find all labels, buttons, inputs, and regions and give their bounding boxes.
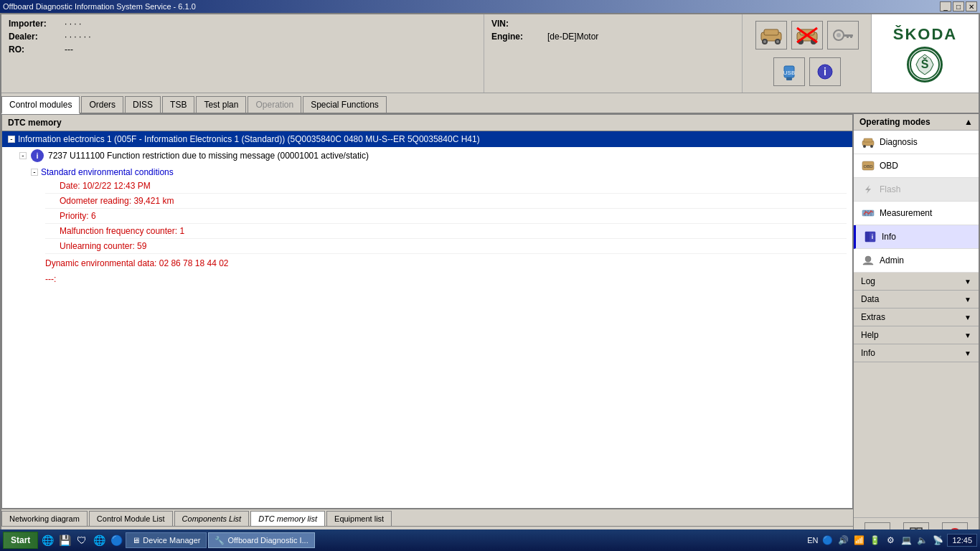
collapse-icon[interactable]: - [8,136,15,143]
env-odometer: Odometer reading: 39,421 km [45,194,847,209]
admin-icon [861,253,875,268]
taskbar-browser-icon[interactable]: 🔵 [108,532,124,548]
extras-label: Extras [861,312,885,322]
info-small-icon-btn[interactable]: i [809,57,841,86]
svg-point-26 [863,145,866,148]
env-date: Date: 10/2/22 12:43 PM [45,179,847,194]
sidebar-flash-label: Flash [880,184,900,194]
tab-tsb[interactable]: TSB [162,96,194,113]
maximize-btn[interactable]: □ [953,1,964,11]
sidebar-section-help[interactable]: Help ▼ [854,326,979,344]
taskbar-ie-icon[interactable]: 🌐 [39,532,55,548]
cancel-icon-btn[interactable] [791,21,823,50]
tab-networking-diagram[interactable]: Networking diagram [1,511,88,526]
svg-rect-19 [786,77,792,80]
offboard-app-icon: 🔧 [215,536,225,545]
importer-value: · · · · [65,19,81,29]
tab-special-functions[interactable]: Special Functions [303,96,387,113]
taskbar-device-manager-btn[interactable]: 🖥 Device Manager [126,532,207,548]
tray-icon-1[interactable]: 🔊 [837,534,849,547]
sidebar-item-obd[interactable]: OBD OBD [854,154,979,178]
tab-control-modules[interactable]: Control modules [1,96,80,114]
sidebar-item-flash: Flash [854,178,979,202]
skoda-brand-text: ŠKODA [893,25,957,44]
main-tabs: Control modules Orders DISS TSB Test pla… [1,93,979,114]
env-unlearning: Unlearning counter: 59 [45,239,847,254]
header-middle: VIN: Engine: [de-DE]Motor [484,14,742,93]
env-header-row[interactable]: - Standard environmental conditions [31,166,847,179]
sidebar-item-measurement[interactable]: Measurement [854,202,979,225]
taskbar-right: EN 🔵 🔊 📶 🔋 ⚙ 💻 🔈 📡 12:45 [807,534,977,547]
env-section: - Standard environmental conditions Date… [2,164,852,255]
sidebar-section-log[interactable]: Log ▼ [854,273,979,291]
tray-icon-2[interactable]: 📶 [852,534,865,547]
usb-icon-btn[interactable]: USB [773,57,805,86]
svg-point-4 [763,40,766,43]
dealer-value: · · · · · · [65,32,91,42]
tab-orders[interactable]: Orders [81,96,123,113]
dtc-main-row[interactable]: - Information electronics 1 (005F - Info… [2,131,852,147]
tab-test-plan[interactable]: Test plan [196,96,246,113]
taskbar: Start 🌐 💾 🛡 🌐 🔵 🖥 Device Manager 🔧 Offbo… [0,529,980,551]
svg-point-38 [865,256,871,262]
sidebar-item-diagnosis[interactable]: Diagnosis [854,131,979,154]
dtc-code-text: 7237 U111100 Function restriction due to… [48,151,369,161]
code-collapse-icon[interactable]: - [19,152,27,159]
tray-icon-3[interactable]: 🔋 [868,534,881,547]
dtc-memory-header: DTC memory [2,115,852,131]
tab-control-module-list[interactable]: Control Module List [89,511,173,526]
ro-row: RO: --- [9,44,476,55]
info-book-icon: i [863,230,877,244]
sidebar-section-extras[interactable]: Extras ▼ [854,309,979,326]
obd-icon: OBD [861,159,875,173]
taskbar-network-icon[interactable]: 🌐 [91,532,107,548]
tray-icon-7[interactable]: 📡 [931,534,944,547]
env-collapse-icon[interactable]: - [31,169,38,176]
device-manager-label: Device Manager [143,536,200,545]
titlebar-controls[interactable]: _ □ ✕ [940,1,977,11]
offboard-app-label: Offboard Diagnostic I... [227,536,308,545]
dtc-code-row[interactable]: - i 7237 U111100 Function restriction du… [2,147,852,164]
sidebar-section-data[interactable]: Data ▼ [854,291,979,309]
tray-icon-6[interactable]: 🔈 [915,534,928,547]
tab-diss[interactable]: DISS [125,96,161,113]
extras-chevron: ▼ [964,314,971,321]
svg-text:i: i [872,233,874,240]
svg-rect-25 [864,138,872,142]
svg-point-27 [870,145,873,148]
engine-label: Engine: [491,32,542,42]
taskbar-folder-icon[interactable]: 💾 [57,532,72,548]
tab-equipment-list[interactable]: Equipment list [326,511,392,526]
sidebar-item-admin[interactable]: Admin [854,249,979,273]
taskbar-shield-icon[interactable]: 🛡 [74,532,90,548]
dtc-panel: DTC memory - Information electronics 1 (… [1,114,853,509]
vin-row: VIN: [491,19,735,29]
env-data-list: Date: 10/2/22 12:43 PM Odometer reading:… [31,179,847,254]
operating-modes-collapse-icon[interactable]: ▲ [964,117,973,127]
svg-text:Š: Š [921,57,929,70]
dynamic-env-text: Dynamic environmental data: 02 86 78 18 … [45,258,229,268]
measurement-icon [861,206,875,220]
start-button[interactable]: Start [3,532,38,549]
env-priority: Priority: 6 [45,209,847,224]
tab-dtc-memory-list[interactable]: DTC memory list [250,511,325,526]
tray-icon-5[interactable]: 💻 [900,534,913,547]
log-chevron: ▼ [964,278,971,286]
main-content: DTC memory - Information electronics 1 (… [1,114,853,550]
tray-icon-4[interactable]: ⚙ [884,534,897,547]
svg-text:OBD: OBD [863,164,873,169]
svg-text:i: i [824,66,826,77]
sidebar-item-info[interactable]: i Info [854,225,979,249]
dealer-row: Dealer: · · · · · · [9,32,476,42]
tab-components-list[interactable]: Components List [174,511,250,526]
car-icon-btn[interactable] [755,21,787,50]
minimize-btn[interactable]: _ [940,1,951,11]
sidebar-section-info[interactable]: Info ▼ [854,344,979,362]
bluetooth-tray-icon[interactable]: 🔵 [821,534,834,547]
data-label: Data [861,294,879,304]
close-btn[interactable]: ✕ [966,1,977,11]
taskbar-offboard-btn[interactable]: 🔧 Offboard Diagnostic I... [208,532,314,548]
env-malfunction: Malfunction frequency counter: 1 [45,224,847,239]
data-chevron: ▼ [964,296,971,303]
key-icon-btn[interactable] [827,21,859,50]
